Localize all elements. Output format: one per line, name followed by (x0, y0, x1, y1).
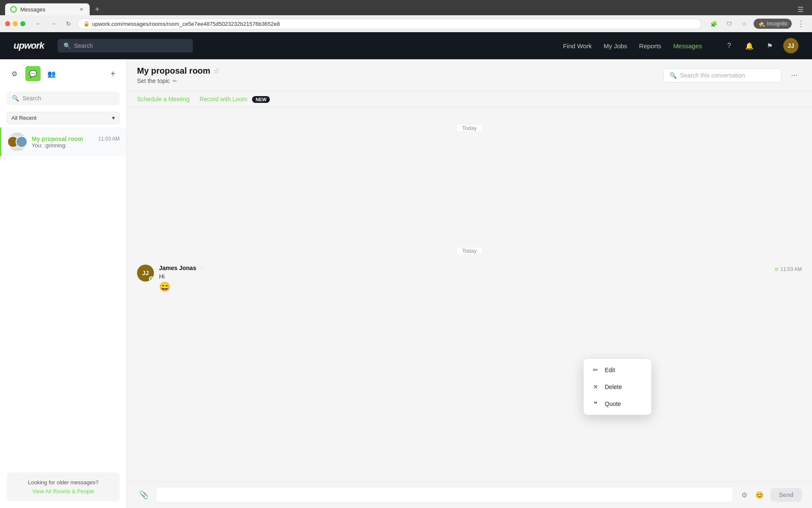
send-button[interactable]: Send (771, 488, 802, 502)
input-actions: ⚙ 😊 (738, 489, 765, 501)
conv-preview: You: :grinning: (32, 142, 120, 149)
context-quote-label: Quote (605, 400, 621, 407)
flag-icon[interactable]: ⚑ (763, 39, 776, 52)
tab-title: Messages (20, 6, 74, 13)
conv-name: My proposal room (32, 135, 83, 142)
x-icon: ✕ (591, 383, 600, 391)
header-search[interactable]: 🔍 Search (58, 39, 193, 52)
date-divider-bottom: Today (137, 247, 802, 254)
message-timestamp: 11:03 AM (780, 266, 802, 272)
chat-subtitle[interactable]: Set the topic ✏ (137, 77, 219, 84)
browser-menu-button[interactable]: ☰ (794, 6, 807, 14)
more-options-button[interactable]: ··· (787, 68, 802, 83)
message-input[interactable] (156, 487, 733, 503)
sidebar-header: ⚙ 💬 👥 + (0, 59, 126, 88)
conversation-list: My proposal room 11:03 AM You: :grinning… (0, 127, 126, 466)
chat-header: My proposal room ☆ Set the topic ✏ 🔍 Sea… (127, 59, 812, 91)
emoji-icon[interactable]: 😊 (754, 489, 765, 501)
new-tab-button[interactable]: + (91, 3, 103, 15)
help-icon[interactable]: ? (722, 39, 736, 52)
message-author: James Jonas (159, 265, 196, 271)
minimize-traffic-light[interactable] (13, 21, 18, 26)
message-avatar: JJ (137, 265, 154, 282)
conv-header: My proposal room 11:03 AM (32, 135, 120, 142)
address-text: upwork.com/messages/rooms/room_ce5e7ee48… (92, 21, 280, 27)
date-divider-top: Today (137, 124, 802, 132)
sidebar-search-placeholder: Search (22, 95, 41, 102)
message-item[interactable]: JJ James Jonas ☆ Hi 😄 ⚙ 11:03 AM (137, 261, 802, 296)
context-menu-quote[interactable]: ❝ Quote (584, 395, 651, 412)
reload-button[interactable]: ↻ (63, 18, 74, 30)
nav-my-jobs[interactable]: My Jobs (604, 42, 627, 50)
back-button[interactable]: ← (32, 18, 44, 30)
chat-input-area: 📎 ⚙ 😊 Send (127, 481, 812, 508)
conversation-avatar (8, 133, 27, 151)
sidebar-search-input[interactable]: 🔍 Search (7, 91, 120, 105)
date-text-top: Today (457, 125, 482, 131)
message-star-icon[interactable]: ☆ (200, 265, 204, 271)
context-menu: ✏ Edit ✕ Delete ❝ Quote (584, 359, 651, 415)
chat-title-text: My proposal room (137, 66, 210, 76)
notification-bell-icon[interactable]: 🔔 (743, 39, 756, 52)
avatar[interactable]: JJ (783, 38, 798, 53)
browser-menu-dots[interactable]: ⋮ (795, 18, 807, 30)
tab-favicon (10, 6, 17, 13)
attach-button[interactable]: 📎 (137, 488, 151, 502)
conversation-item[interactable]: My proposal room 11:03 AM You: :grinning… (0, 127, 126, 156)
record-loom-button[interactable]: Record with Loom NEW (200, 96, 270, 102)
nav-messages[interactable]: Messages (673, 42, 702, 50)
maximize-traffic-light[interactable] (20, 21, 25, 26)
set-topic-text: Set the topic (137, 77, 170, 84)
add-conversation-button[interactable]: + (106, 67, 120, 80)
address-bar[interactable]: 🔒 upwork.com/messages/rooms/room_ce5e7ee… (78, 19, 701, 29)
conversation-info: My proposal room 11:03 AM You: :grinning… (32, 135, 120, 149)
view-all-rooms-link[interactable]: View All Rooms & People (14, 488, 113, 494)
chat-header-left: My proposal room ☆ Set the topic ✏ (137, 66, 219, 84)
nav-find-work[interactable]: Find Work (563, 42, 592, 50)
pencil-icon: ✏ (591, 366, 600, 374)
header-nav: Find Work My Jobs Reports Messages (563, 42, 702, 50)
contacts-icon-button[interactable]: 👥 (44, 66, 59, 81)
forward-button[interactable]: → (47, 18, 59, 30)
context-delete-label: Delete (605, 384, 622, 390)
extensions-button[interactable]: 🧩 (708, 18, 720, 30)
tab-close-button[interactable]: ✕ (78, 6, 85, 13)
filter-select[interactable]: All Recent ▾ (7, 112, 120, 124)
sidebar-search: 🔍 Search (0, 88, 126, 108)
message-emoji: 😄 (159, 282, 769, 293)
incognito-button[interactable]: 🕵 Incognito (754, 19, 792, 29)
message-group: JJ James Jonas ☆ Hi 😄 ⚙ 11:03 AM (137, 261, 802, 296)
chat-messages: Today Today JJ James Jonas ☆ (127, 107, 812, 481)
main-layout: ⚙ 💬 👥 + 🔍 Search All Recent ▾ (0, 59, 812, 508)
chat-title: My proposal room ☆ (137, 66, 219, 76)
app-header: upwork 🔍 Search Find Work My Jobs Report… (0, 32, 812, 59)
browser-tab[interactable]: Messages ✕ (5, 3, 90, 15)
browser-actions: 🧩 🛡 ☆ 🕵 Incognito ⋮ (708, 18, 807, 30)
search-conv-icon: 🔍 (669, 72, 677, 79)
context-menu-edit[interactable]: ✏ Edit (584, 362, 651, 378)
sidebar-filter: All Recent ▾ (0, 108, 126, 127)
filter-label: All Recent (11, 115, 36, 121)
date-text-bottom: Today (457, 248, 482, 254)
chevron-down-icon: ▾ (112, 115, 115, 121)
browser-controls: ← → ↻ 🔒 upwork.com/messages/rooms/room_c… (0, 15, 812, 32)
older-messages-title: Looking for older messages? (14, 479, 113, 486)
search-conversation[interactable]: 🔍 Search this conversation (663, 68, 782, 83)
sidebar: ⚙ 💬 👥 + 🔍 Search All Recent ▾ (0, 59, 127, 508)
context-menu-delete[interactable]: ✕ Delete (584, 378, 651, 395)
schedule-meeting-button[interactable]: Schedule a Meeting (137, 96, 189, 102)
bookmark-icon[interactable]: ☆ (738, 18, 750, 30)
chat-container: My proposal room ☆ Set the topic ✏ 🔍 Sea… (127, 59, 812, 508)
chat-star-icon[interactable]: ☆ (214, 67, 219, 75)
message-content: James Jonas ☆ Hi 😄 (159, 265, 769, 293)
context-edit-label: Edit (605, 367, 615, 373)
nav-reports[interactable]: Reports (639, 42, 661, 50)
shield-icon[interactable]: 🛡 (723, 18, 735, 30)
lock-icon: 🔒 (83, 21, 90, 27)
sidebar-icons: ⚙ 💬 👥 (7, 66, 59, 81)
messages-icon-button[interactable]: 💬 (25, 66, 41, 81)
sidebar-older-messages: Looking for older messages? View All Roo… (7, 472, 120, 501)
settings-input-icon[interactable]: ⚙ (738, 489, 750, 501)
close-traffic-light[interactable] (5, 21, 10, 26)
settings-icon-button[interactable]: ⚙ (7, 66, 22, 81)
